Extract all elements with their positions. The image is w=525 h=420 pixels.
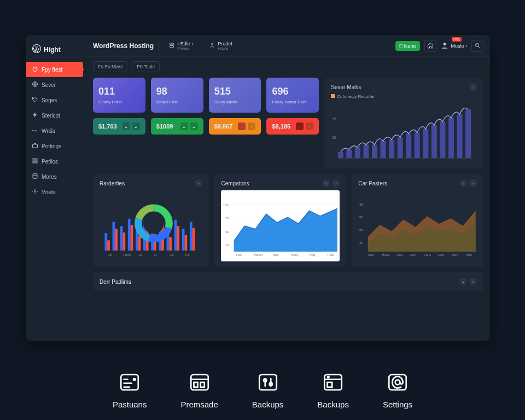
- sidebar-item-label: Wnšs: [42, 128, 55, 134]
- svg-rect-11: [170, 43, 174, 45]
- search-button[interactable]: [471, 40, 483, 52]
- sidebar-item-fpytext[interactable]: Fpy ftest: [26, 62, 83, 77]
- svg-text:100: 100: [223, 203, 229, 207]
- stat-value: 011: [98, 86, 140, 97]
- quick-label: Backups: [252, 400, 284, 409]
- layers-icon: [168, 42, 175, 50]
- card-info-button[interactable]: i: [459, 179, 467, 187]
- card-expand-button[interactable]: ›: [332, 179, 340, 187]
- brand[interactable]: Hight: [26, 40, 86, 62]
- quick-settings[interactable]: Settings: [383, 371, 412, 409]
- car-pasters-chart: 38 90 90 30 AlwrHoeePeetAlonFeusNepMopAl…: [358, 190, 477, 261]
- at-icon: [386, 371, 409, 395]
- svg-rect-88: [200, 382, 204, 387]
- sidebar-item-wnts[interactable]: Wnšs: [26, 123, 83, 138]
- svg-text:40: 40: [225, 230, 229, 234]
- sidebar-item-label: Sever: [42, 82, 56, 88]
- quick-backups1[interactable]: Backups: [252, 371, 284, 409]
- card-info-button[interactable]: •: [459, 278, 467, 285]
- quick-label: Premsade: [180, 400, 218, 409]
- money-value: $1,703: [98, 123, 117, 130]
- svg-text:Alon: Alon: [410, 253, 417, 256]
- car-pasters-card: Car Pasters i› 38 90 90 30 Alwr: [352, 174, 483, 267]
- topbar-action-2[interactable]: Prodet Hnure: [206, 39, 236, 52]
- svg-point-9: [33, 174, 37, 176]
- money-chip-1[interactable]: $1009⌄⌄: [151, 118, 203, 135]
- stat-label: Basy Hurst: [156, 100, 198, 104]
- stat-label: Saloy Merts: [214, 100, 256, 104]
- topbar-action-1[interactable]: ‹ Edle › Preves: [165, 39, 196, 52]
- sidebar-item-mores[interactable]: Mores: [26, 169, 83, 184]
- svg-text:Aln: Aln: [108, 253, 112, 256]
- svg-text:Fast: Fast: [236, 253, 243, 256]
- svg-rect-38: [177, 226, 179, 250]
- svg-rect-4: [33, 144, 38, 148]
- chevron-down-icon: ⌄: [122, 122, 130, 130]
- status-pill-label: □ Isane: [400, 43, 416, 49]
- svg-rect-25: [128, 219, 131, 250]
- wave-icon: [32, 127, 38, 135]
- card-expand-button[interactable]: ›: [195, 179, 202, 187]
- money-chip-3[interactable]: $8,185·: [266, 118, 319, 135]
- sidebar: Hight Fpy ftestSeverSngesSterlcotWnšsPot…: [26, 35, 86, 341]
- svg-text:Feus: Feus: [424, 253, 431, 256]
- money-chip-2[interactable]: $8,867·: [209, 118, 261, 135]
- svg-rect-5: [33, 159, 34, 160]
- user-menu[interactable]: ONL Musle ›: [441, 42, 467, 50]
- card-menu-button[interactable]: ⋮: [469, 83, 477, 91]
- status-pill[interactable]: □ Isane: [395, 41, 421, 51]
- home-button[interactable]: [424, 40, 436, 52]
- stat-card-0[interactable]: 011Cinlny Forst: [93, 78, 145, 113]
- cempatons-card: Cempatons i› 100 70 40: [214, 174, 346, 267]
- settings-icon: [32, 188, 38, 196]
- card-expand-button[interactable]: ›: [469, 278, 477, 285]
- dashboard-panel: Hight Fpy ftestSeverSngesSterlcotWnšsPot…: [26, 35, 490, 341]
- svg-text:Halen: Halen: [255, 253, 263, 256]
- svg-text:Hoee: Hoee: [382, 253, 390, 256]
- quick-premsade[interactable]: Premsade: [180, 371, 218, 409]
- svg-text:Nep: Nep: [273, 253, 279, 256]
- stat-card-3[interactable]: 696Feory Honar Bam: [266, 78, 319, 113]
- window-icon: [188, 371, 211, 395]
- bolt-icon: [32, 112, 38, 119]
- svg-rect-20: [107, 240, 110, 250]
- sidebar-item-sever[interactable]: Sever: [26, 77, 83, 92]
- briefcase-icon: [32, 142, 38, 150]
- card-info-button[interactable]: i: [322, 179, 330, 187]
- svg-point-47: [143, 213, 164, 234]
- quick-label: Settings: [383, 400, 412, 409]
- chevron-icon: ·: [306, 122, 313, 130]
- sidebar-item-sterlcot[interactable]: Sterlcot: [26, 108, 83, 123]
- svg-point-83: [133, 378, 136, 381]
- svg-text:Pppst: Pppst: [123, 253, 131, 256]
- svg-rect-19: [104, 233, 107, 250]
- svg-text:38: 38: [359, 203, 363, 206]
- quick-backups2[interactable]: Backups: [317, 371, 349, 409]
- db-icon: [32, 173, 38, 180]
- tab-1[interactable]: Fo Po Minst: [93, 61, 127, 72]
- sidebar-item-vnets[interactable]: Vnets: [26, 184, 83, 200]
- svg-text:70: 70: [225, 217, 229, 220]
- car-pasters-title: Car Pasters: [358, 180, 387, 186]
- user-name: Musle ›: [451, 43, 467, 49]
- server-metrics-chart: 15 10: [331, 102, 477, 163]
- legend-dot-icon: [331, 94, 335, 98]
- svg-text:AS: AS: [170, 253, 174, 256]
- server-metrics-title: Sever Matlis: [331, 84, 361, 90]
- svg-point-96: [328, 376, 329, 378]
- sliders-icon: [256, 371, 279, 395]
- sidebar-item-snges[interactable]: Snges: [26, 92, 83, 108]
- svg-rect-24: [122, 232, 125, 250]
- stat-card-1[interactable]: 98Basy Hurst: [151, 78, 203, 113]
- sidebar-item-pottings[interactable]: Pottings: [26, 138, 83, 154]
- quick-pastuans[interactable]: Pastuans: [113, 371, 147, 409]
- card-expand-button[interactable]: ›: [469, 179, 477, 187]
- sidebar-item-petilos[interactable]: Petilos: [26, 154, 83, 169]
- money-chip-0[interactable]: $1,703⌄⌄: [93, 118, 145, 135]
- tab-2[interactable]: P0 Tsate: [132, 61, 160, 72]
- stat-card-2[interactable]: 515Saloy Merts: [209, 78, 261, 113]
- chevron-down-icon: ⌄: [190, 122, 198, 130]
- svg-rect-28: [138, 236, 141, 250]
- search-icon: [474, 41, 481, 51]
- svg-rect-42: [192, 228, 195, 250]
